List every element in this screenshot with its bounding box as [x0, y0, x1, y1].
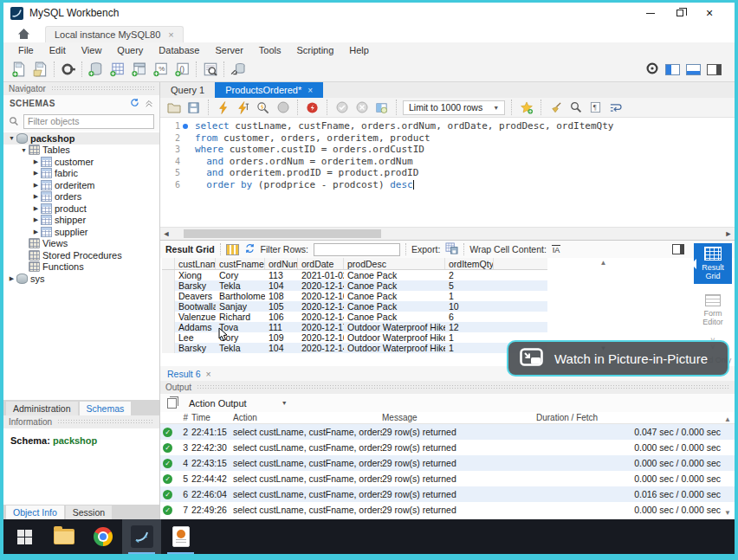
create-schema-icon[interactable]: [85, 60, 107, 79]
editor-code[interactable]: select custLname, custFname, orders.ordN…: [190, 118, 735, 227]
save-snippet-icon[interactable]: [518, 100, 534, 116]
result-cell[interactable]: 10: [445, 301, 494, 312]
result-cell[interactable]: Valenzuela: [175, 312, 216, 322]
row-selector[interactable]: [162, 343, 175, 353]
result-row[interactable]: DeaversBartholomew1082020-12-16Canoe Pac…: [162, 291, 547, 301]
column-header-proddesc[interactable]: prodDesc: [344, 258, 445, 269]
result-cell[interactable]: 5: [445, 280, 494, 291]
tree-item-tables[interactable]: ▼Tables: [3, 145, 159, 157]
tab-schemas[interactable]: Schemas: [80, 402, 132, 415]
result-cell[interactable]: 2020-12-16: [298, 291, 344, 301]
result-cell[interactable]: Canoe Pack: [344, 291, 445, 301]
toggle-autocommit-icon[interactable]: [373, 100, 390, 116]
output-column-message[interactable]: Message: [382, 413, 536, 422]
toggle-word-wrap-icon[interactable]: [607, 100, 624, 116]
tab-session[interactable]: Session: [66, 505, 112, 519]
output-vertical-scrollbar[interactable]: ▲ ▼: [722, 415, 733, 517]
result-cell[interactable]: Deavers: [175, 291, 216, 301]
result-cell[interactable]: Xiong: [175, 270, 216, 280]
result-cell[interactable]: Addams: [175, 322, 216, 332]
editor-horizontal-scrollbar[interactable]: ◄ ►: [160, 227, 735, 240]
menu-edit[interactable]: Edit: [42, 45, 74, 55]
preferences-icon[interactable]: [645, 61, 659, 77]
sql-editor[interactable]: 123456 select custLname, custFname, orde…: [160, 118, 735, 227]
result-row[interactable]: XiongCory1132021-01-02Canoe Pack2: [162, 270, 547, 280]
refresh-schemas-icon[interactable]: [130, 98, 139, 109]
tree-toggle-icon[interactable]: ▼: [7, 135, 16, 141]
toggle-left-panel-icon[interactable]: [665, 64, 680, 75]
output-column--[interactable]: #: [174, 413, 191, 422]
row-selector[interactable]: [162, 312, 175, 322]
collapse-all-icon[interactable]: [145, 99, 153, 109]
output-scroll-up-icon[interactable]: ▲: [724, 415, 731, 423]
result-cell[interactable]: Lee: [175, 332, 216, 343]
tree-toggle-icon[interactable]: ▶: [31, 216, 41, 223]
result-cell[interactable]: 1: [445, 332, 494, 343]
find-icon[interactable]: [567, 100, 584, 116]
tree-toggle-icon[interactable]: ▶: [7, 275, 16, 282]
result-cell[interactable]: Tekla: [216, 343, 265, 353]
result-cell[interactable]: 104: [265, 280, 298, 291]
grid-vertical-scrollbar[interactable]: ▲ ▼: [598, 259, 609, 352]
tree-item-customer[interactable]: ▶customer: [3, 156, 159, 168]
result-cell[interactable]: 2020-12-14: [298, 312, 344, 322]
result-row[interactable]: BarskyTekla1042020-12-14Canoe Pack5: [162, 280, 547, 291]
minimize-button[interactable]: [636, 4, 665, 22]
result-tab-label[interactable]: Result 6: [167, 369, 201, 379]
filter-objects-input[interactable]: [23, 114, 154, 129]
open-sql-file-icon[interactable]: [29, 60, 51, 79]
result-grid-view-button[interactable]: Result Grid: [694, 243, 732, 284]
result-cell[interactable]: 1: [445, 343, 494, 353]
result-cell[interactable]: 1: [445, 291, 494, 301]
create-function-icon[interactable]: (): [172, 60, 193, 79]
grid-columns-icon[interactable]: [226, 244, 239, 255]
result-cell[interactable]: 2021-01-02: [298, 270, 344, 280]
result-cell[interactable]: Barsky: [175, 280, 216, 291]
taskbar-libreoffice-impress[interactable]: [161, 519, 200, 554]
execute-current-statement-icon[interactable]: [235, 100, 251, 116]
row-selector[interactable]: [162, 280, 175, 291]
row-selector[interactable]: [162, 291, 175, 301]
tree-item-shipper[interactable]: ▶shipper: [3, 215, 159, 227]
tree-toggle-icon[interactable]: ▶: [31, 229, 41, 235]
create-view-icon[interactable]: [128, 60, 150, 79]
column-header-orddate[interactable]: ordDate: [298, 258, 344, 269]
maximize-result-panel-icon[interactable]: [672, 244, 684, 254]
output-type-dropdown[interactable]: Action Output ▼: [184, 397, 293, 409]
menu-file[interactable]: File: [10, 45, 42, 55]
copy-output-icon[interactable]: [167, 398, 177, 409]
menu-tools[interactable]: Tools: [251, 45, 289, 55]
row-selector[interactable]: [162, 332, 175, 343]
stop-query-icon[interactable]: [275, 100, 291, 116]
output-scroll-down-icon[interactable]: ▼: [724, 509, 731, 517]
result-cell[interactable]: 113: [265, 270, 298, 280]
column-header-ordnum[interactable]: ordNum: [265, 258, 298, 269]
wrap-cell-content-icon[interactable]: IA: [552, 245, 561, 254]
taskbar-file-explorer[interactable]: [44, 519, 83, 554]
tree-item-orders[interactable]: ▶orders: [3, 191, 159, 203]
tree-toggle-icon[interactable]: ▶: [31, 205, 41, 212]
result-cell[interactable]: 108: [265, 291, 298, 301]
result-row[interactable]: ValenzuelaRichard1062020-12-14Canoe Pack…: [162, 312, 547, 322]
tree-item-fabric[interactable]: ▶fabric: [3, 168, 159, 180]
export-icon[interactable]: [445, 242, 458, 256]
home-icon[interactable]: [14, 25, 33, 42]
refresh-grid-icon[interactable]: [244, 243, 256, 255]
tree-toggle-icon[interactable]: ▼: [19, 147, 29, 153]
limit-rows-dropdown[interactable]: Limit to 1000 rows ▼: [403, 100, 505, 115]
scroll-left-icon[interactable]: ◄: [160, 229, 172, 238]
reconnect-dbms-icon[interactable]: [227, 60, 249, 79]
toggle-stop-on-error-icon[interactable]: [304, 100, 320, 116]
column-header-orditemqty[interactable]: ordItemQty: [445, 258, 494, 269]
beautify-script-icon[interactable]: [547, 100, 564, 116]
output-row[interactable]: ✓222:41:15select custLname, custFname, o…: [160, 424, 735, 440]
menu-scripting[interactable]: Scripting: [289, 45, 342, 55]
result-cell[interactable]: Outdoor Waterproof Hiker Pack: [344, 322, 445, 332]
result-cell[interactable]: 104: [265, 343, 298, 353]
result-cell[interactable]: 111: [265, 322, 298, 332]
commit-icon[interactable]: [333, 100, 350, 116]
output-row[interactable]: ✓722:49:26select custLname, custFname, o…: [160, 502, 735, 518]
result-cell[interactable]: 109: [265, 332, 298, 343]
output-row[interactable]: ✓322:42:30select custLname, custFname, o…: [160, 440, 735, 455]
row-selector[interactable]: [162, 270, 175, 280]
